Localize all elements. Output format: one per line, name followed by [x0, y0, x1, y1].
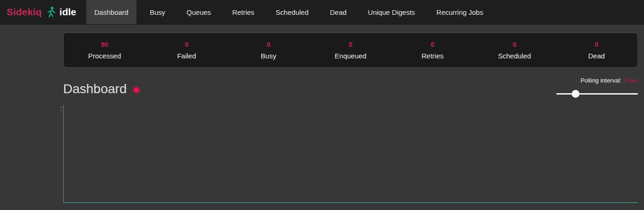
tab-retries[interactable]: Retries [225, 0, 263, 24]
dashboard-header-row: Dashboard Polling interval: 5 sec [63, 76, 638, 98]
sidekiq-brand[interactable]: Sidekiq idle [0, 0, 84, 24]
stat-retries-label: Retries [392, 52, 474, 60]
stat-failed-label: Failed [146, 52, 228, 60]
stat-failed-value: 0 [146, 41, 228, 48]
tab-queues[interactable]: Queues [179, 0, 219, 24]
polling-interval-label: Polling interval: [580, 77, 621, 84]
stat-processed-value: 90 [64, 41, 146, 48]
tab-recurring-jobs[interactable]: Recurring Jobs [429, 0, 491, 24]
stat-scheduled-value: 0 [474, 41, 556, 48]
chart-y-tick [60, 110, 63, 111]
tab-dashboard[interactable]: Dashboard [86, 0, 136, 24]
chart-baseline [63, 202, 638, 203]
stat-processed-label: Processed [64, 52, 146, 60]
stat-busy: 0 Busy [227, 41, 309, 60]
stat-dead-label: Dead [555, 52, 638, 60]
stat-enqueued-label: Enqueued [309, 52, 392, 60]
nav-tabs: Dashboard Busy Queues Retries Scheduled … [84, 0, 494, 24]
polling-interval-slider[interactable] [556, 90, 638, 98]
live-beacon-icon [134, 87, 139, 93]
stat-failed: 0 Failed [146, 41, 228, 60]
stat-busy-label: Busy [227, 52, 309, 60]
top-navbar: Sidekiq idle Dashboard Busy Queues Retri… [0, 0, 644, 25]
tab-busy[interactable]: Busy [142, 0, 173, 24]
main-content: 90 Processed 0 Failed 0 Busy 0 Enqueued … [63, 32, 638, 208]
polling-interval-value: 5 sec [624, 77, 638, 84]
stat-scheduled: 0 Scheduled [474, 41, 556, 60]
stat-enqueued-value: 0 [309, 41, 392, 48]
stat-retries: 0 Retries [392, 41, 474, 60]
slider-thumb[interactable] [572, 90, 580, 98]
stat-processed: 90 Processed [64, 41, 146, 60]
tab-scheduled[interactable]: Scheduled [268, 0, 316, 24]
brand-name: Sidekiq [6, 6, 42, 18]
stat-enqueued: 0 Enqueued [309, 41, 392, 60]
stat-dead: 0 Dead [555, 41, 638, 60]
page-title: Dashboard [63, 82, 127, 96]
chart-y-tick [60, 107, 63, 108]
tab-dead[interactable]: Dead [322, 0, 354, 24]
stat-busy-value: 0 [227, 41, 309, 48]
tab-unique-digests[interactable]: Unique Digests [360, 0, 423, 24]
polling-interval-control: Polling interval: 5 sec [556, 76, 638, 98]
stat-retries-value: 0 [392, 41, 474, 48]
sidekiq-figure-icon [46, 6, 56, 19]
brand-status: idle [59, 6, 76, 18]
stats-summary-bar: 90 Processed 0 Failed 0 Busy 0 Enqueued … [63, 32, 638, 68]
page-title-wrap: Dashboard [63, 82, 139, 96]
stat-scheduled-label: Scheduled [474, 52, 556, 60]
realtime-chart [63, 104, 638, 208]
chart-y-axis [63, 105, 64, 203]
slider-track [556, 93, 638, 95]
stat-dead-value: 0 [555, 41, 638, 48]
